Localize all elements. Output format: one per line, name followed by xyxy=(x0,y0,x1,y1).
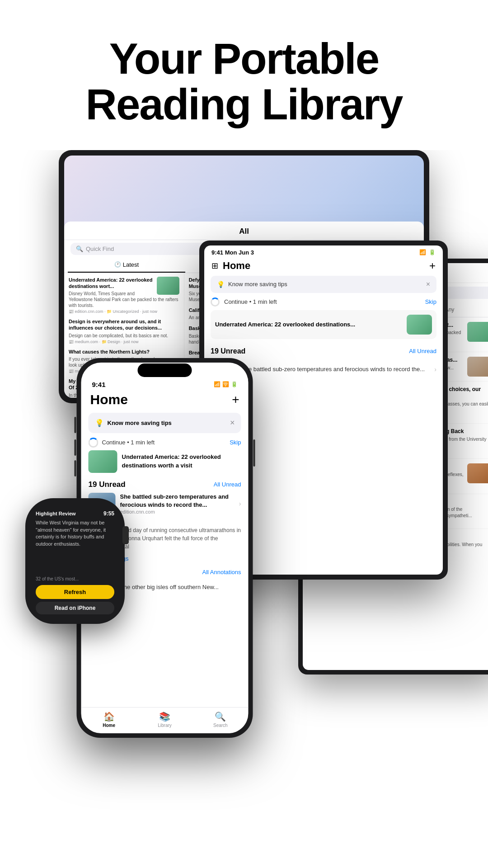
battery-icon: 🔋 xyxy=(231,381,238,387)
chevron-right-icon: › xyxy=(434,366,436,373)
chevron-right-icon: › xyxy=(239,500,241,507)
iphone-unread-title: She battled sub-zero temperatures and fe… xyxy=(120,493,235,509)
home-icon: 🏠 xyxy=(103,711,115,722)
continue-article[interactable]: Underrated America: 22 overlooked destin… xyxy=(211,310,436,339)
tablet-search-placeholder[interactable]: Quick Find xyxy=(86,245,114,252)
tip-close-button[interactable]: × xyxy=(426,280,430,288)
continue-spinner xyxy=(211,297,220,307)
refresh-button[interactable]: Refresh xyxy=(36,585,114,599)
ipad-time: 9:41 Mon Jun 3 xyxy=(211,249,254,256)
tab-latest[interactable]: 🕐 Latest xyxy=(68,258,185,273)
signal-icon: 📶 xyxy=(214,381,221,387)
watch-dots: 32 of the US's most... xyxy=(36,576,114,581)
watch-device: Highlight Review 9:55 While West Virgini… xyxy=(25,498,125,624)
skip-button[interactable]: Skip xyxy=(425,298,436,305)
iphone-unread-count: 19 Unread xyxy=(89,480,126,489)
iphone-add-button[interactable]: + xyxy=(232,392,239,407)
watch-body-text: While West Virginia may not be "almost h… xyxy=(36,519,114,576)
search-nav-icon: 🔍 xyxy=(215,711,226,722)
ipad-title: Home xyxy=(223,260,250,272)
all-unread-link[interactable]: All Unread xyxy=(409,348,436,354)
list-item[interactable]: Design is everywhere around us, and it i… xyxy=(69,318,179,344)
iphone-spinner xyxy=(89,438,99,448)
nav-search[interactable]: 🔍 Search xyxy=(192,711,248,728)
iphone-review-link[interactable]: All Annotations xyxy=(202,569,241,576)
iphone-source: edition.cnn.com xyxy=(120,509,235,514)
watch-title-label: Highlight Review xyxy=(36,511,103,516)
iphone-time: 9:41 xyxy=(92,381,106,388)
tablet-title: All xyxy=(239,227,249,236)
list-item[interactable]: Underrated America: 22 overlooked destin… xyxy=(69,277,179,314)
watch-time-display: 9:55 xyxy=(103,510,114,517)
nav-home[interactable]: 🏠 Home xyxy=(81,711,137,728)
read-on-iphone-button[interactable]: Read on iPhone xyxy=(36,602,114,614)
iphone-all-unread-link[interactable]: All Unread xyxy=(214,481,241,488)
tip-emoji-icon: 💡 xyxy=(95,419,104,427)
nav-library[interactable]: 📚 Library xyxy=(137,711,192,728)
iphone-skip-button[interactable]: Skip xyxy=(230,439,241,446)
clock-icon: 🕐 xyxy=(114,261,121,268)
search-icon: 🔍 xyxy=(76,245,83,252)
iphone-article[interactable]: Underrated America: 22 overlooked destin… xyxy=(89,450,241,473)
unread-count: 19 Unread xyxy=(211,347,245,355)
add-button[interactable]: + xyxy=(429,259,436,272)
tip-text: Know more saving tips xyxy=(228,281,422,288)
hero-section: Your Portable Reading Library xyxy=(0,0,488,150)
devices-container: All 🔍 Quick Find 🕐 Latest ☰ Any xyxy=(0,150,488,864)
hero-title: Your Portable Reading Library xyxy=(27,36,461,127)
battery-icon: 🔋 xyxy=(429,249,436,255)
iphone-continue-text: Continue • 1 min left xyxy=(102,439,155,446)
sidebar-icon[interactable]: ⊞ xyxy=(211,261,218,271)
continue-text: Continue • 1 min left xyxy=(224,298,277,305)
wifi-icon: 📶 xyxy=(419,249,426,255)
library-icon: 📚 xyxy=(159,711,170,722)
wifi-icon: 🛜 xyxy=(222,381,229,387)
iphone-title: Home xyxy=(90,392,232,407)
iphone-tip-close-button[interactable]: × xyxy=(230,418,235,428)
iphone-article-text: Underrated America: 22 overlooked destin… xyxy=(122,453,241,469)
tip-icon: 💡 xyxy=(217,281,225,288)
iphone-tip-text: Know more saving tips xyxy=(108,420,226,426)
